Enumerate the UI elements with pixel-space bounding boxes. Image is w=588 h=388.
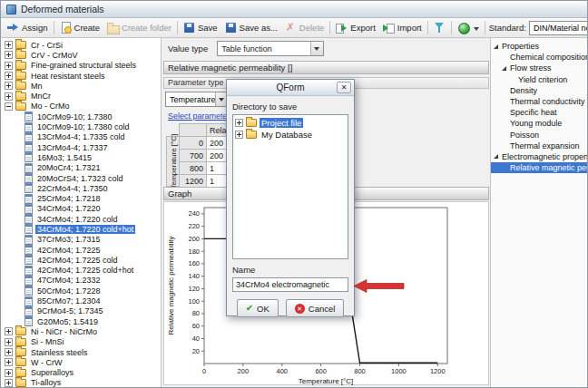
tree-material-item[interactable]: 10CrMo9-10; 1.7380: [1, 112, 161, 121]
tree-material-item[interactable]: 37CrMo3; 1.7315: [1, 235, 161, 245]
expander-icon[interactable]: [494, 44, 498, 49]
standard-select[interactable]: DIN/Material no.: [529, 21, 587, 35]
tree-material-item[interactable]: 9CrMo4-5; 1.7345: [1, 306, 161, 316]
property-item[interactable]: Poisson: [491, 130, 587, 141]
cancel-button[interactable]: Cancel: [286, 299, 345, 317]
directory-item[interactable]: Project file: [235, 117, 346, 129]
expand-box-icon[interactable]: [5, 51, 13, 59]
tree-item-label: 85CrMo7; 1.2304: [35, 296, 103, 306]
save-button[interactable]: Save: [180, 20, 221, 36]
tree-material-item[interactable]: 85CrMo7; 1.2304: [1, 296, 161, 306]
tree-folder[interactable]: CrV - CrMoV: [1, 50, 161, 60]
assign-button[interactable]: Assign: [4, 20, 52, 36]
name-label: Name: [232, 265, 348, 275]
tree-material-item[interactable]: 13CrMo4-4; 1.7335 cold: [1, 132, 161, 142]
svg-text:Temperature [°C]: Temperature [°C]: [299, 377, 354, 385]
property-item[interactable]: Electromagnetic properties: [491, 151, 587, 162]
import-button[interactable]: Import: [379, 20, 426, 36]
tree-folder[interactable]: Heat resistant steels: [1, 71, 161, 81]
tree-material-item[interactable]: 13CrMo4-4; 1.7337: [1, 142, 161, 152]
collapse-box-icon[interactable]: [5, 102, 13, 111]
tree-folder[interactable]: Mn: [1, 81, 161, 91]
expand-box-icon[interactable]: [235, 119, 243, 127]
tree-material-item[interactable]: G20Mo5; 1.5419: [1, 316, 161, 326]
property-item[interactable]: Specific heat: [491, 107, 587, 118]
tree-material-item[interactable]: 20MoCr4; 1.7321: [1, 163, 161, 173]
expand-box-icon[interactable]: [5, 358, 13, 366]
tree-material-item[interactable]: 34CrMo4; 1.7220 cold+hot: [1, 224, 161, 234]
temperature-cell[interactable]: 0: [180, 137, 207, 150]
expand-box-icon[interactable]: [5, 41, 13, 49]
expand-box-icon[interactable]: [5, 327, 13, 335]
tree-folder[interactable]: Si - MnSi: [1, 337, 161, 347]
property-item[interactable]: Chemical composition: [491, 52, 587, 63]
tree-folder[interactable]: Ti-alloys: [1, 378, 161, 387]
property-item[interactable]: Flow stress: [491, 63, 587, 73]
expand-box-icon[interactable]: [5, 92, 13, 101]
parameter-select[interactable]: Temperature [°C]: [165, 92, 229, 107]
tree-material-item[interactable]: 42CrMo4; 1.7225 cold+hot: [1, 266, 161, 276]
tree-material-item[interactable]: 22CrMo4-4; 1.7350: [1, 183, 161, 193]
property-item[interactable]: Young module: [491, 118, 587, 129]
delete-button[interactable]: Delete: [281, 20, 328, 36]
database-button[interactable]: [454, 20, 483, 36]
temperature-cell[interactable]: 1200: [180, 175, 207, 188]
expand-box-icon[interactable]: [5, 82, 13, 90]
tree-folder[interactable]: Ni - NiCr - NiCrMo: [1, 326, 161, 336]
name-input[interactable]: [232, 277, 348, 292]
dialog-title-bar[interactable]: QForm: [227, 80, 354, 96]
export-button[interactable]: Export: [332, 20, 378, 36]
tree-material-item[interactable]: 50CrMo4; 1.7228: [1, 286, 161, 296]
expand-box-icon[interactable]: [5, 62, 13, 70]
tree-folder[interactable]: Fine-grained structural steels: [1, 61, 161, 71]
material-table-icon: [24, 163, 33, 173]
expand-box-icon[interactable]: [5, 379, 13, 387]
filter-button[interactable]: [430, 20, 449, 36]
tree-folder[interactable]: Superalloys: [1, 368, 161, 378]
tree-folder[interactable]: Cr - CrSi: [1, 40, 161, 50]
tree-item-label: 42CrMo4; 1.7225: [35, 246, 103, 255]
expand-box-icon[interactable]: [235, 131, 243, 139]
property-item[interactable]: Thermal expansion: [491, 141, 587, 151]
tree-folder[interactable]: Stainless steels: [1, 347, 161, 357]
tree-material-item[interactable]: 42CrMo4; 1.7225: [1, 245, 161, 255]
directory-item[interactable]: My Database: [235, 129, 346, 141]
save-as-button[interactable]: Save as...: [221, 20, 281, 36]
tree-material-item[interactable]: 20MoCrS4; 1.7323 cold: [1, 173, 161, 183]
tree-material-item[interactable]: 34CrMo4; 1.7220 cold: [1, 214, 161, 224]
property-item[interactable]: Properties: [491, 41, 587, 52]
tree-material-item[interactable]: 10CrMo9-10; 1.7380 cold: [1, 121, 161, 131]
property-label: Density: [510, 86, 537, 95]
folder-icon: [246, 131, 257, 139]
tree-folder[interactable]: W - CrW: [1, 357, 161, 367]
ok-button[interactable]: OK: [237, 299, 279, 317]
property-item[interactable]: Density: [491, 85, 587, 96]
tree-material-item[interactable]: 42CrMo4; 1.7225 cold: [1, 255, 161, 265]
expander-icon[interactable]: [494, 154, 498, 159]
temperature-cell[interactable]: 800: [180, 162, 207, 175]
tree-material-item[interactable]: 47CrMo4; 1.2332: [1, 276, 161, 286]
expand-box-icon[interactable]: [5, 348, 13, 356]
value-type-select[interactable]: Table function: [217, 41, 324, 56]
tree-item-label: Ni - NiCr - NiCrMo: [29, 327, 99, 336]
tree-folder[interactable]: MnCr: [1, 91, 161, 101]
tree-folder[interactable]: Mo - CrMo: [1, 102, 161, 112]
expand-box-icon[interactable]: [5, 369, 13, 377]
tree-item-label: Fine-grained structural steels: [29, 61, 138, 70]
tree-material-item[interactable]: 25CrMo4; 1.7218: [1, 193, 161, 203]
dropdown-arrow-icon: [474, 27, 479, 34]
select-parameters-link[interactable]: Select parameters: [168, 112, 234, 121]
expand-box-icon[interactable]: [5, 72, 13, 80]
tree-material-item[interactable]: 34CrMo4; 1.7220: [1, 204, 161, 214]
dialog-close-button[interactable]: [337, 82, 351, 93]
create-button[interactable]: Create: [56, 20, 104, 36]
property-item[interactable]: Yield criterion: [491, 74, 587, 85]
toolbar-button-label: Save: [198, 23, 218, 33]
property-item[interactable]: Relative magnetic permeability: [491, 162, 587, 173]
property-item[interactable]: Thermal conductivity: [491, 96, 587, 107]
temperature-cell[interactable]: 700: [180, 150, 207, 162]
create-folder-button[interactable]: Create folder: [103, 20, 175, 36]
tree-material-item[interactable]: 16Mo3; 1.5415: [1, 152, 161, 162]
expander-icon[interactable]: [502, 66, 506, 71]
expand-box-icon[interactable]: [5, 338, 13, 346]
